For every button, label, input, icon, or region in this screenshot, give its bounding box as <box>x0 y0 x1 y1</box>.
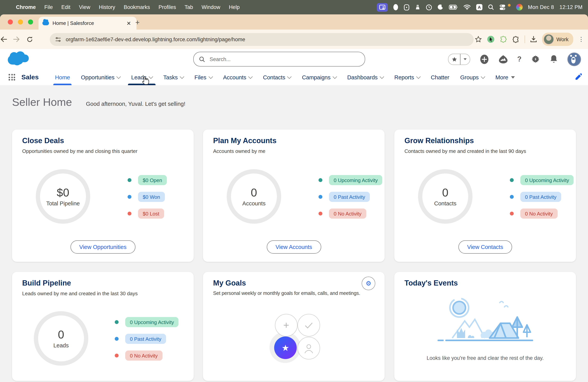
downloads-icon[interactable] <box>530 36 537 43</box>
nav-tab-groups[interactable]: Groups <box>455 69 490 85</box>
menu-edit[interactable]: Edit <box>57 4 75 10</box>
forward-button[interactable] <box>13 36 26 42</box>
favorite-star-icon[interactable] <box>448 54 460 64</box>
legend-pill-upcoming[interactable]: 0 Upcoming Activity <box>520 175 574 185</box>
menu-window[interactable]: Window <box>197 4 225 10</box>
rainbow-app-icon[interactable] <box>516 4 523 11</box>
chevron-down-icon[interactable] <box>333 74 337 79</box>
view-contacts-button[interactable]: View Contacts <box>458 240 512 254</box>
help-icon[interactable]: ? <box>517 55 522 63</box>
legend-pill-past[interactable]: 0 Past Activity <box>520 192 561 202</box>
global-actions-icon[interactable] <box>480 54 489 64</box>
nav-tab-files[interactable]: Files <box>189 69 218 85</box>
control-center-icon[interactable] <box>499 4 505 10</box>
reload-button[interactable] <box>26 36 40 42</box>
legend-pill-none[interactable]: 0 No Activity <box>329 209 366 219</box>
spotlight-icon[interactable] <box>488 4 494 10</box>
legend-pill-none[interactable]: 0 No Activity <box>125 350 162 361</box>
menu-help[interactable]: Help <box>225 4 244 10</box>
salesforce-logo[interactable] <box>8 51 29 66</box>
extensions-icon[interactable] <box>512 36 519 43</box>
chevron-down-icon[interactable] <box>248 74 253 79</box>
app-name[interactable]: Sales <box>21 73 39 81</box>
site-info-icon[interactable] <box>55 37 61 42</box>
goal-star-circle[interactable]: ★ <box>274 337 297 359</box>
input-source-icon[interactable]: A <box>476 4 483 11</box>
url-text[interactable]: orgfarm-1e62aef6e7-dev-ed.develop.lightn… <box>66 37 245 42</box>
chevron-down-icon[interactable] <box>416 74 420 79</box>
chevron-down-icon[interactable] <box>116 74 121 79</box>
nav-tab-contacts[interactable]: Contacts <box>258 69 296 85</box>
status-device-icon[interactable] <box>403 4 409 10</box>
chevron-down-icon[interactable] <box>481 74 485 79</box>
back-button[interactable] <box>0 36 13 42</box>
wifi-icon[interactable] <box>463 5 470 10</box>
menu-view[interactable]: View <box>75 4 94 10</box>
menu-bookmarks[interactable]: Bookmarks <box>119 4 154 10</box>
vlc-cone-icon[interactable] <box>415 4 420 10</box>
extension-puzzle-green-icon[interactable] <box>500 36 507 43</box>
goal-person-circle[interactable] <box>297 337 320 360</box>
legend-pill-upcoming[interactable]: 0 Upcoming Activity <box>125 317 179 327</box>
nav-tab-campaigns[interactable]: Campaigns <box>296 69 342 85</box>
app-launcher-icon[interactable] <box>9 74 15 81</box>
bookmark-star-icon[interactable] <box>475 36 482 43</box>
menu-chrome[interactable]: Chrome <box>12 4 40 10</box>
nav-tab-chatter[interactable]: Chatter <box>425 69 455 85</box>
menubar-date[interactable]: Mon Dec 8 <box>528 4 554 10</box>
legend-pill-won[interactable]: $0 Won <box>138 192 165 202</box>
favorites-dropdown-icon[interactable] <box>460 54 470 64</box>
chevron-down-icon[interactable] <box>287 74 292 79</box>
menu-history[interactable]: History <box>94 4 119 10</box>
zoom-window-button[interactable] <box>28 20 33 24</box>
goal-check-circle[interactable] <box>297 314 320 337</box>
menubar-time[interactable]: 12:12 PM <box>559 4 583 10</box>
favorites-control[interactable] <box>448 53 470 65</box>
user-avatar[interactable] <box>567 52 581 66</box>
nav-tab-reports[interactable]: Reports <box>389 69 425 85</box>
search-input[interactable] <box>209 56 343 63</box>
view-opportunities-button[interactable]: View Opportunities <box>70 240 136 254</box>
extension-cursor-icon[interactable] <box>487 35 494 43</box>
chevron-down-icon[interactable] <box>209 74 213 79</box>
chevron-down-icon[interactable] <box>380 74 384 79</box>
goal-add-circle[interactable]: + <box>275 314 297 337</box>
legend-pill-none[interactable]: 0 No Activity <box>520 209 557 219</box>
profile-chip[interactable]: Work <box>542 33 573 46</box>
setup-gear-icon[interactable] <box>531 54 540 64</box>
goals-settings-button[interactable]: ⚙ <box>362 276 375 290</box>
legend-pill-open[interactable]: $0 Open <box>138 175 167 185</box>
status-oval-icon[interactable] <box>393 4 398 11</box>
minimize-window-button[interactable] <box>18 20 23 24</box>
browser-tab[interactable]: Home | Salesforce ✕ <box>39 17 136 30</box>
menu-profiles[interactable]: Profiles <box>154 4 180 10</box>
legend-pill-upcoming[interactable]: 0 Upcoming Activity <box>329 175 382 185</box>
edit-nav-pencil-icon[interactable] <box>575 74 582 81</box>
tab-close-icon[interactable]: ✕ <box>125 20 133 26</box>
battery-icon[interactable] <box>449 5 458 10</box>
screen-sharing-icon[interactable] <box>377 3 388 11</box>
browser-menu-icon[interactable]: ⋮ <box>578 36 584 43</box>
trailhead-icon[interactable] <box>499 55 508 64</box>
legend-pill-past[interactable]: 0 Past Activity <box>329 192 370 202</box>
nav-tab-home[interactable]: Home <box>50 69 75 85</box>
close-window-button[interactable] <box>8 20 13 24</box>
clock-icon[interactable] <box>426 4 432 10</box>
menu-file[interactable]: File <box>40 4 57 10</box>
legend-pill-past[interactable]: 0 Past Activity <box>125 334 166 344</box>
view-accounts-button[interactable]: View Accounts <box>267 240 321 254</box>
nav-tab-tasks[interactable]: Tasks <box>158 69 189 85</box>
nav-tab-dashboards[interactable]: Dashboards <box>342 69 389 85</box>
focus-moon-icon[interactable] <box>437 4 443 10</box>
nav-tab-opportunities[interactable]: Opportunities <box>75 69 126 85</box>
global-search[interactable] <box>193 52 365 66</box>
nav-tab-accounts[interactable]: Accounts <box>218 69 257 85</box>
nav-tab-more[interactable]: More <box>490 69 520 85</box>
url-bar[interactable]: orgfarm-1e62aef6e7-dev-ed.develop.lightn… <box>50 33 474 46</box>
new-tab-button[interactable]: + <box>135 18 140 27</box>
menu-tab[interactable]: Tab <box>180 4 197 10</box>
chevron-down-icon[interactable] <box>180 74 184 79</box>
legend-pill-lost[interactable]: $0 Lost <box>138 209 164 219</box>
notifications-bell-icon[interactable] <box>549 54 558 64</box>
apple-menu-icon[interactable] <box>5 7 12 8</box>
